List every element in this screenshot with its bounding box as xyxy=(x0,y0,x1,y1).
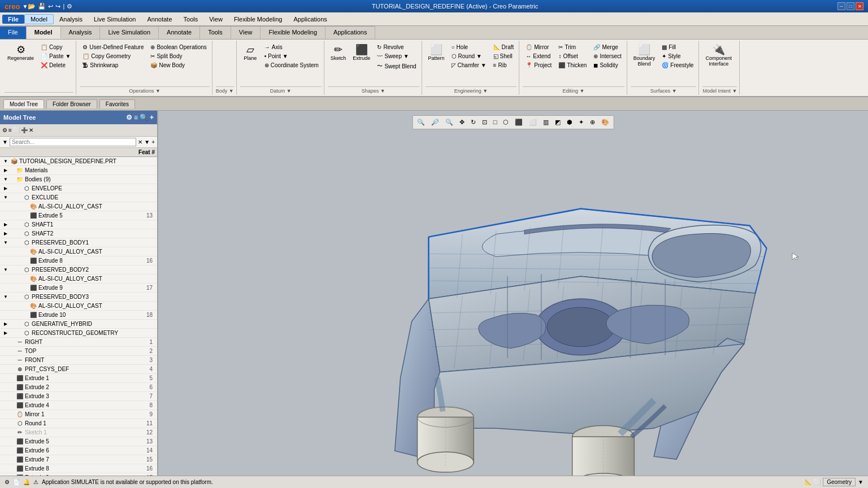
tree-expand-btn[interactable]: ⬜ xyxy=(13,127,20,133)
user-defined-feature-button[interactable]: ⚙ User-Defined Feature xyxy=(80,43,146,51)
menu-live-simulation[interactable]: Live Simulation xyxy=(88,15,142,24)
tree-item-33[interactable]: ⬛ Extrude 7 15 xyxy=(0,455,157,464)
boolean-operations-button[interactable]: ⊕ Boolean Operations xyxy=(147,43,209,51)
plane-button[interactable]: ▱ Plane xyxy=(240,43,261,63)
restore-button[interactable]: □ xyxy=(847,2,854,10)
draft-button[interactable]: 📐 Draft xyxy=(491,43,517,51)
menu-flexible-modeling[interactable]: Flexible Modeling xyxy=(228,15,288,24)
orient-btn[interactable]: □ xyxy=(491,117,500,128)
tree-search-input[interactable] xyxy=(10,138,136,146)
tree-item-21[interactable]: ─ TOP 2 xyxy=(0,347,157,356)
regenerate-button[interactable]: ⚙ Regenerate xyxy=(5,43,37,63)
tab-analysis[interactable]: Analysis xyxy=(61,26,101,39)
tree-item-27[interactable]: ⬛ Extrude 4 8 xyxy=(0,401,157,410)
render-btn[interactable]: ◩ xyxy=(552,117,563,128)
tree-item-0[interactable]: ▼ 📦 TUTORIAL_DESIGN_REDEFINE.PRT xyxy=(0,157,157,166)
merge-button[interactable]: 🔗 Merge xyxy=(591,43,624,51)
tree-item-35[interactable]: ⬛ Extrude 9 17 xyxy=(0,473,157,476)
hidden2-btn[interactable]: ▥ xyxy=(540,117,552,128)
freestyle-button[interactable]: 🌀 Freestyle xyxy=(659,61,696,69)
menu-analysis[interactable]: Analysis xyxy=(54,15,88,24)
hidden-btn[interactable]: ⬜ xyxy=(526,117,540,128)
search-options-icon[interactable]: ▼ xyxy=(144,139,150,145)
settings-icon[interactable]: ⚙ xyxy=(67,3,72,10)
offset-button[interactable]: ↕ Offset xyxy=(555,52,589,60)
search-clear-icon[interactable]: ✕ xyxy=(138,139,142,145)
shaded-btn[interactable]: ⬛ xyxy=(512,117,526,128)
style-button[interactable]: ✦ Style xyxy=(659,52,696,60)
shrinkwrap-button[interactable]: 🗜 Shrinkwrap xyxy=(80,61,146,69)
tab-favorites[interactable]: Favorites xyxy=(99,99,135,108)
wireframe-btn[interactable]: ⬡ xyxy=(500,117,511,128)
spin-center-btn[interactable]: ⊕ xyxy=(587,117,598,128)
tab-file[interactable]: File xyxy=(0,26,27,39)
zoom-in-btn[interactable]: 🔎 xyxy=(428,117,442,128)
tree-item-1[interactable]: ▶ 📁 Materials xyxy=(0,166,157,175)
tree-item-28[interactable]: 🪞 Mirror 1 9 xyxy=(0,410,157,419)
clipping-btn[interactable]: ✦ xyxy=(576,117,587,128)
tree-view-icon[interactable]: ≡ xyxy=(134,114,138,121)
menu-model[interactable]: Model xyxy=(24,14,54,24)
delete-button[interactable]: ❌ Delete xyxy=(38,61,73,69)
chamfer-button[interactable]: ◸ Chamfer ▼ xyxy=(449,61,489,69)
new-body-button[interactable]: 📦 New Body xyxy=(147,61,209,69)
paste-button[interactable]: 📄 Paste ▼ xyxy=(38,52,73,60)
hole-button[interactable]: ○ Hole xyxy=(449,43,489,51)
tree-item-26[interactable]: ⬛ Extrude 3 7 xyxy=(0,392,157,401)
menu-annotate[interactable]: Annotate xyxy=(141,15,177,24)
close-button[interactable]: ✕ xyxy=(856,2,863,10)
tree-content[interactable]: ▼ 📦 TUTORIAL_DESIGN_REDEFINE.PRT ▶ 📁 Mat… xyxy=(0,157,157,476)
tree-item-25[interactable]: ⬛ Extrude 2 6 xyxy=(0,383,157,392)
extend-button[interactable]: ↔ Extend xyxy=(523,52,554,60)
tree-item-8[interactable]: ▶ ⬡ SHAFT2 xyxy=(0,229,157,238)
tree-item-5[interactable]: 🎨 AL-SI-CU_ALLOY_CAST xyxy=(0,202,157,211)
pattern-button[interactable]: ⬜ Pattern xyxy=(426,43,448,63)
viewport[interactable]: 🔍 🔎 🔍 ✥ ↻ ⊡ □ ⬡ ⬛ ⬜ ▥ ◩ ⬢ ✦ ⊕ 🎨 xyxy=(158,111,868,476)
tree-item-18[interactable]: ▶ ⬡ GENERATIVE_HYBRID xyxy=(0,320,157,329)
geometry-label[interactable]: Geometry xyxy=(823,478,856,486)
tree-item-20[interactable]: ─ RIGHT 1 xyxy=(0,338,157,347)
shell-button[interactable]: ◱ Shell xyxy=(491,52,517,60)
tree-item-34[interactable]: ⬛ Extrude 8 16 xyxy=(0,464,157,473)
tab-model-tree[interactable]: Model Tree xyxy=(3,99,44,108)
tree-item-32[interactable]: ⬛ Extrude 6 14 xyxy=(0,446,157,455)
tree-item-7[interactable]: ▶ ⬡ SHAFT1 xyxy=(0,220,157,229)
save-icon[interactable]: 💾 xyxy=(38,3,46,10)
tree-item-19[interactable]: ▶ ⬡ RECONSTRUCTED_GEOMETRY xyxy=(0,329,157,338)
tree-item-15[interactable]: ▼ ⬡ PRESERVED_BODY3 xyxy=(0,293,157,302)
tree-item-9[interactable]: ▼ ⬡ PRESERVED_BODY1 xyxy=(0,238,157,247)
tree-item-10[interactable]: 🎨 AL-SI-CU_ALLOY_CAST xyxy=(0,247,157,256)
zoom-out-btn[interactable]: 🔍 xyxy=(442,117,456,128)
swept-blend-button[interactable]: 〜 Swept Blend xyxy=(374,61,419,71)
tree-item-16[interactable]: 🎨 AL-SI-CU_ALLOY_CAST xyxy=(0,302,157,311)
copy-geometry-button[interactable]: 📋 Copy Geometry xyxy=(80,52,146,60)
thicken-button[interactable]: ⬛ Thicken xyxy=(555,61,589,69)
open-icon[interactable]: 📂 xyxy=(28,3,36,10)
redo-icon[interactable]: ↪ xyxy=(55,3,60,10)
rib-button[interactable]: ≡ Rib xyxy=(491,61,517,69)
perspective-btn[interactable]: ⬢ xyxy=(564,117,575,128)
tree-item-14[interactable]: ⬛ Extrude 9 17 xyxy=(0,284,157,293)
tree-item-22[interactable]: ─ FRONT 3 xyxy=(0,356,157,365)
round-button[interactable]: ⬡ Round ▼ xyxy=(449,52,489,60)
mirror-button[interactable]: 🪞 Mirror xyxy=(523,43,554,51)
tree-collapse-btn[interactable]: ➕ xyxy=(21,127,28,133)
tree-columns-btn[interactable]: ≡ xyxy=(8,127,12,133)
tab-tools[interactable]: Tools xyxy=(200,26,231,39)
tree-item-13[interactable]: 🎨 AL-SI-CU_ALLOY_CAST xyxy=(0,274,157,284)
tree-item-12[interactable]: ▼ ⬡ PRESERVED_BODY2 xyxy=(0,265,157,274)
rotate-btn[interactable]: ↻ xyxy=(468,117,479,128)
solidity-button[interactable]: ◼ Solidity xyxy=(591,61,624,69)
tab-live-simulation[interactable]: Live Simulation xyxy=(100,26,159,39)
tree-item-23[interactable]: ⊕ PRT_CSYS_DEF 4 xyxy=(0,365,157,374)
tab-folder-browser[interactable]: Folder Browser xyxy=(46,99,97,108)
zoom-area-btn[interactable]: 🔍 xyxy=(414,117,428,128)
undo-icon[interactable]: ↩ xyxy=(48,3,53,10)
split-body-button[interactable]: ✂ Split Body xyxy=(147,52,209,60)
boundary-blend-button[interactable]: ⬜ BoundaryBlend xyxy=(631,43,658,68)
tree-item-17[interactable]: ⬛ Extrude 10 18 xyxy=(0,311,157,320)
intersect-button[interactable]: ⊕ Intersect xyxy=(591,52,624,60)
menu-tools[interactable]: Tools xyxy=(178,15,204,24)
menu-file[interactable]: File xyxy=(2,15,24,24)
extrude-button[interactable]: ⬛ Extrude xyxy=(350,43,373,63)
